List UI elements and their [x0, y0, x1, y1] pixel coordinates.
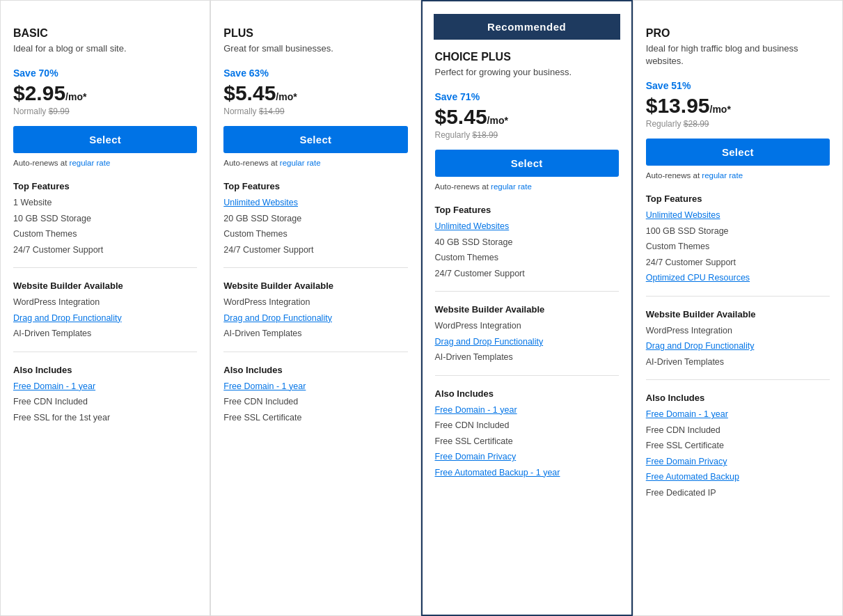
top-features-title: Top Features — [435, 205, 619, 215]
plan-desc: Ideal for a blog or small site. — [13, 42, 197, 55]
feature-item[interactable]: Unlimited Websites — [223, 197, 407, 210]
builder-feature-item[interactable]: Drag and Drop Functionality — [646, 340, 830, 353]
divider — [646, 296, 830, 297]
divider — [646, 379, 830, 380]
auto-renew: Auto-renews at regular rate — [223, 159, 407, 167]
feature-item: 24/7 Customer Support — [13, 244, 197, 257]
divider — [223, 267, 407, 268]
auto-renew: Auto-renews at regular rate — [646, 171, 830, 180]
also-feature-item[interactable]: Free Domain - 1 year — [435, 404, 619, 417]
builder-title: Website Builder Available — [13, 281, 197, 291]
save-badge: Save 51% — [646, 80, 830, 91]
builder-title: Website Builder Available — [435, 304, 619, 315]
plan-col-pro: PROIdeal for high traffic blog and busin… — [633, 0, 843, 616]
also-title: Also Includes — [223, 365, 407, 375]
also-feature-item[interactable]: Free Domain - 1 year — [223, 381, 407, 393]
plan-desc: Ideal for high traffic blog and business… — [646, 42, 830, 68]
also-feature-item[interactable]: Free Automated Backup — [646, 471, 830, 484]
save-badge: Save 63% — [223, 68, 407, 79]
also-feature-item[interactable]: Free Domain Privacy — [435, 451, 619, 464]
also-title: Also Includes — [435, 388, 619, 399]
feature-item: 24/7 Customer Support — [435, 268, 619, 281]
plan-desc: Great for small businesses. — [223, 42, 407, 55]
price-row: $2.95 /mo* — [13, 81, 197, 105]
also-feature-item: Free SSL Certificate — [435, 436, 619, 448]
plan-desc: Perfect for growing your business. — [435, 66, 619, 79]
also-feature-item[interactable]: Free Automated Backup - 1 year — [435, 467, 619, 480]
also-feature-item: Free CDN Included — [435, 420, 619, 432]
divider — [435, 375, 619, 376]
feature-item: Custom Themes — [13, 228, 197, 241]
select-button[interactable]: Select — [435, 150, 619, 177]
builder-feature-item: AI-Driven Templates — [223, 328, 407, 340]
save-badge: Save 70% — [13, 68, 197, 79]
top-features-title: Top Features — [13, 181, 197, 191]
top-features-title: Top Features — [646, 194, 830, 204]
also-feature-item: Free SSL Certificate — [223, 412, 407, 425]
feature-item: 100 GB SSD Storage — [646, 226, 830, 238]
feature-item: Custom Themes — [223, 228, 407, 241]
also-title: Also Includes — [646, 393, 830, 403]
also-feature-item: Free CDN Included — [646, 425, 830, 437]
builder-feature-item[interactable]: Drag and Drop Functionality — [223, 313, 407, 325]
regular-rate-link[interactable]: regular rate — [491, 182, 532, 191]
select-button[interactable]: Select — [223, 126, 407, 153]
price-normal: Regularly $18.99 — [435, 130, 619, 140]
price-row: $13.95 /mo* — [646, 94, 830, 118]
also-feature-item[interactable]: Free Domain - 1 year — [13, 381, 197, 393]
price-per: /mo* — [276, 91, 297, 102]
auto-renew: Auto-renews at regular rate — [13, 159, 197, 167]
feature-item: 10 GB SSD Storage — [13, 213, 197, 226]
builder-feature-item: WordPress Integration — [13, 297, 197, 309]
feature-item: 20 GB SSD Storage — [223, 213, 407, 226]
builder-feature-item[interactable]: Drag and Drop Functionality — [435, 336, 619, 349]
top-features-title: Top Features — [223, 181, 407, 191]
also-title: Also Includes — [13, 365, 197, 375]
price-main: $5.45 — [223, 81, 276, 105]
price-normal: Normally $14.99 — [223, 106, 407, 116]
auto-renew: Auto-renews at regular rate — [435, 182, 619, 191]
price-main: $2.95 — [13, 81, 65, 105]
builder-title: Website Builder Available — [223, 281, 407, 291]
price-per: /mo* — [710, 104, 731, 115]
price-row: $5.45 /mo* — [223, 81, 407, 105]
plan-col-basic: BASICIdeal for a blog or small site.Save… — [0, 0, 210, 616]
plan-name: BASIC — [13, 27, 197, 40]
price-row: $5.45 /mo* — [435, 105, 619, 129]
also-feature-item: Free Dedicated IP — [646, 487, 830, 500]
feature-item[interactable]: Optimized CPU Resources — [646, 272, 830, 285]
also-feature-item[interactable]: Free Domain Privacy — [646, 456, 830, 468]
price-normal: Regularly $28.99 — [646, 119, 830, 129]
divider — [13, 267, 197, 268]
feature-item[interactable]: Unlimited Websites — [646, 210, 830, 222]
also-feature-item: Free SSL Certificate — [646, 440, 830, 452]
also-feature-item: Free SSL for the 1st year — [13, 412, 197, 425]
plan-col-plus: PLUSGreat for small businesses.Save 63% … — [210, 0, 420, 616]
builder-feature-item: AI-Driven Templates — [13, 328, 197, 340]
divider — [435, 291, 619, 292]
regular-rate-link[interactable]: regular rate — [280, 159, 321, 167]
feature-item[interactable]: Unlimited Websites — [435, 221, 619, 233]
builder-feature-item: AI-Driven Templates — [646, 356, 830, 369]
divider — [13, 352, 197, 352]
also-feature-item[interactable]: Free Domain - 1 year — [646, 409, 830, 421]
select-button[interactable]: Select — [13, 126, 197, 153]
price-per: /mo* — [65, 91, 86, 102]
builder-feature-item: AI-Driven Templates — [435, 352, 619, 364]
feature-item: 1 Website — [13, 197, 197, 210]
feature-item: Custom Themes — [435, 252, 619, 264]
builder-feature-item: WordPress Integration — [223, 297, 407, 309]
builder-feature-item[interactable]: Drag and Drop Functionality — [13, 313, 197, 325]
select-button[interactable]: Select — [646, 139, 830, 166]
feature-item: 24/7 Customer Support — [223, 244, 407, 257]
feature-item: 40 GB SSD Storage — [435, 237, 619, 249]
divider — [223, 352, 407, 352]
also-feature-item: Free CDN Included — [223, 396, 407, 409]
save-badge: Save 71% — [435, 91, 619, 102]
regular-rate-link[interactable]: regular rate — [70, 159, 111, 167]
plan-name: PLUS — [223, 27, 407, 40]
plan-col-choice-plus: RecommendedCHOICE PLUSPerfect for growin… — [421, 0, 633, 616]
regular-rate-link[interactable]: regular rate — [702, 171, 743, 180]
feature-item: Custom Themes — [646, 241, 830, 253]
builder-title: Website Builder Available — [646, 309, 830, 319]
